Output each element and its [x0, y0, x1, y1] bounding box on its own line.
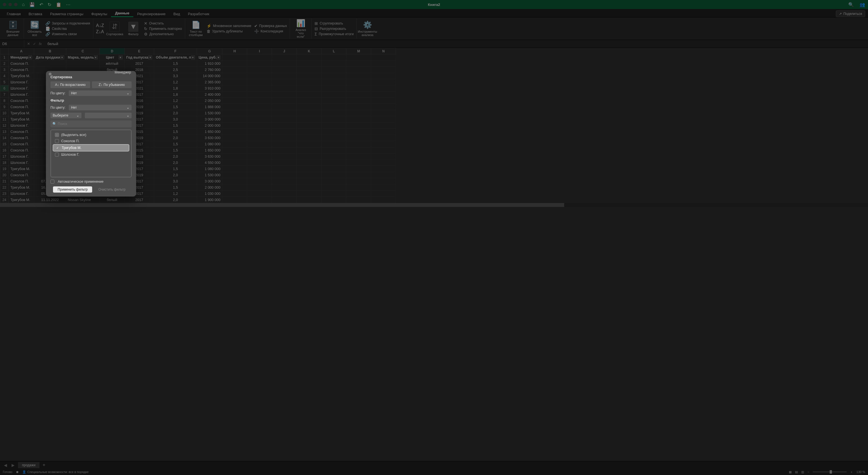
zoom-value[interactable]: 130 % — [857, 470, 865, 474]
save-icon[interactable]: 💾 — [29, 2, 35, 7]
sort-button[interactable]: ⇵Сортировка — [107, 22, 123, 36]
cell[interactable] — [321, 67, 346, 73]
cancel-fx-icon[interactable]: ✕ — [27, 42, 30, 46]
cell[interactable] — [346, 147, 371, 154]
cell[interactable]: 1,2 — [154, 79, 197, 85]
properties-button[interactable]: 📑Свойства — [45, 27, 90, 31]
sort-asc-button[interactable]: A↓По возрастанию — [51, 81, 90, 88]
cell[interactable] — [297, 147, 321, 154]
tab-insert[interactable]: Вставка — [25, 10, 46, 17]
cell[interactable]: 1 530 000 — [197, 110, 222, 116]
cell[interactable]: белый — [99, 197, 124, 203]
row-head[interactable]: 10 — [0, 110, 9, 116]
cell[interactable]: 1,5 — [154, 147, 197, 154]
cell[interactable] — [272, 116, 297, 123]
cell[interactable] — [272, 129, 297, 135]
cell[interactable] — [371, 135, 396, 141]
cell[interactable] — [222, 135, 247, 141]
cell[interactable]: 1,8 — [154, 92, 197, 98]
cell[interactable] — [297, 85, 321, 92]
select-all-cell[interactable] — [0, 48, 9, 54]
cell[interactable] — [222, 110, 247, 116]
cell[interactable] — [247, 135, 272, 141]
flash-fill-button[interactable]: ⚡Мгновенное заполнение — [207, 24, 251, 28]
cell[interactable] — [222, 79, 247, 85]
cell[interactable]: 1,5 — [154, 123, 197, 129]
cell[interactable]: 2 760 000 — [197, 67, 222, 73]
cell[interactable]: 2,0 — [154, 110, 197, 116]
row-head[interactable]: 16 — [0, 147, 9, 154]
cell[interactable]: Соколов П. — [9, 141, 34, 147]
cell[interactable] — [297, 110, 321, 116]
cell[interactable] — [346, 141, 371, 147]
reapply-button[interactable]: ↻Применить повторно — [144, 27, 182, 31]
clipboard-icon[interactable]: 📋 — [56, 2, 61, 7]
cell[interactable] — [371, 166, 396, 172]
ungroup-button[interactable]: ⊟Разгруппировать — [314, 27, 354, 31]
cell[interactable] — [272, 172, 297, 178]
cell[interactable] — [346, 191, 371, 197]
cell[interactable] — [346, 110, 371, 116]
cell[interactable] — [371, 154, 396, 160]
cell[interactable]: 2 050 000 — [197, 98, 222, 104]
filter-dropdown-icon[interactable]: ▾ — [191, 56, 195, 59]
cell[interactable] — [346, 79, 371, 85]
cell[interactable] — [371, 184, 396, 191]
cell[interactable] — [371, 67, 396, 73]
cell[interactable] — [272, 61, 297, 67]
formula-input[interactable]: белый — [44, 42, 61, 46]
cell[interactable]: Тригубов М. — [9, 184, 34, 191]
cell[interactable] — [247, 85, 272, 92]
filter-dropdown-icon[interactable]: ▾ — [216, 56, 220, 59]
filter-dropdown-icon[interactable]: ▾ — [119, 56, 123, 59]
cell[interactable]: 14 000 000 — [197, 73, 222, 79]
home-icon[interactable]: ⌂ — [22, 2, 25, 7]
cell[interactable]: Соколов П. — [9, 67, 34, 73]
cell[interactable] — [346, 172, 371, 178]
cell[interactable]: Соколов П. — [9, 129, 34, 135]
search-icon[interactable]: 🔍 — [848, 2, 854, 7]
row-head[interactable]: 8 — [0, 98, 9, 104]
cell[interactable]: 2,0 — [154, 135, 197, 141]
tab-developer[interactable]: Разработчик — [184, 10, 213, 17]
text-to-columns-button[interactable]: 📄Текст по столбцам — [188, 21, 204, 37]
share-button[interactable]: ↗Поделиться — [836, 10, 865, 17]
header-cell[interactable]: Год выпуска▾ — [124, 54, 154, 61]
cell[interactable]: 3 630 000 — [197, 154, 222, 160]
horizontal-scrollbar[interactable] — [0, 203, 868, 207]
cell[interactable] — [371, 92, 396, 98]
row-head[interactable]: 11 — [0, 116, 9, 123]
col-head-L[interactable]: L — [321, 48, 346, 54]
cell[interactable] — [222, 178, 247, 184]
clear-filter-button[interactable]: ✕Очистить — [144, 21, 182, 26]
cell[interactable]: Тригубов М. — [9, 73, 34, 79]
cell[interactable] — [222, 191, 247, 197]
cell[interactable] — [321, 79, 346, 85]
cell[interactable] — [371, 98, 396, 104]
cell[interactable] — [321, 147, 346, 154]
cell[interactable] — [247, 184, 272, 191]
cell[interactable] — [321, 178, 346, 184]
cell[interactable] — [272, 54, 297, 61]
col-head-B[interactable]: B — [34, 48, 66, 54]
cell[interactable] — [297, 172, 321, 178]
cell[interactable] — [321, 73, 346, 79]
cell[interactable] — [371, 129, 396, 135]
cell[interactable]: 2 000 000 — [197, 184, 222, 191]
add-sheet-icon[interactable]: ＋ — [42, 462, 46, 468]
cell[interactable] — [272, 110, 297, 116]
cell[interactable] — [346, 104, 371, 110]
cell[interactable] — [247, 110, 272, 116]
cell[interactable] — [222, 160, 247, 166]
cell[interactable] — [321, 110, 346, 116]
cell[interactable] — [371, 160, 396, 166]
cell[interactable] — [222, 116, 247, 123]
remove-dups-button[interactable]: 🗑Удалить дубликаты — [207, 29, 251, 34]
header-cell[interactable]: Объём двигателя, л▾ — [154, 54, 197, 61]
cell[interactable] — [247, 197, 272, 203]
cell[interactable] — [222, 197, 247, 203]
cell[interactable] — [346, 160, 371, 166]
cell[interactable]: 1,2 — [154, 98, 197, 104]
row-head[interactable]: 17 — [0, 154, 9, 160]
accept-fx-icon[interactable]: ✓ — [33, 42, 36, 46]
